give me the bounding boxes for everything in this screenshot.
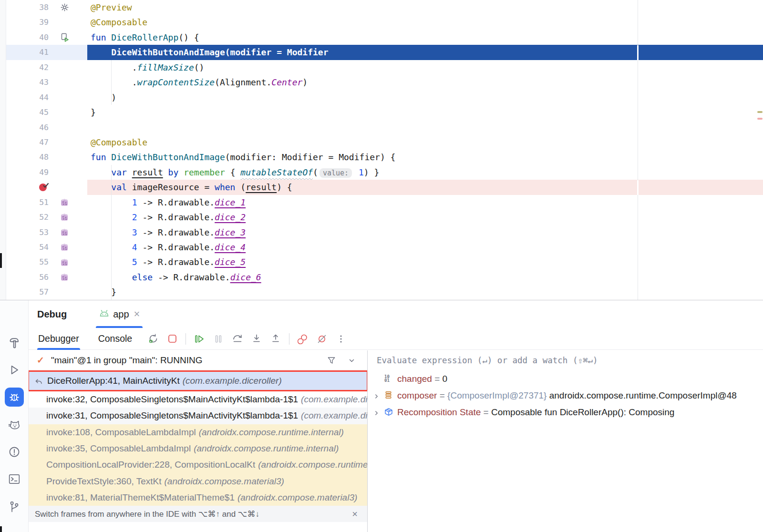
line-number[interactable]: 42 xyxy=(6,60,52,75)
line-number[interactable]: 48 xyxy=(6,150,52,164)
code-line[interactable]: 52 2 -> R.drawable.dice_2 xyxy=(6,210,763,225)
filter-icon[interactable] xyxy=(327,356,336,367)
code-line[interactable]: 51 1 -> R.drawable.dice_1 xyxy=(6,195,763,210)
code-line[interactable]: 46 xyxy=(6,120,763,135)
code-text[interactable]: DiceWithButtonAndImage(modifier = Modifi… xyxy=(87,45,763,60)
line-number[interactable]: 39 xyxy=(6,15,52,30)
code-line[interactable]: 41 DiceWithButtonAndImage(modifier = Mod… xyxy=(6,45,763,60)
chevron-down-icon[interactable] xyxy=(348,357,356,367)
view-breakpoints-button[interactable] xyxy=(297,333,309,345)
code-line[interactable]: 56 else -> R.drawable.dice_6 xyxy=(6,270,763,285)
watch-row[interactable]: Recomposition State = Composable fun Dic… xyxy=(368,404,763,420)
thread-selector[interactable]: ✓ "main"@1 in group "main": RUNNING xyxy=(29,350,367,370)
code-line[interactable]: 49 var result by remember { mutableState… xyxy=(6,165,763,180)
sidebar-item-logcat[interactable] xyxy=(6,417,22,433)
step-over-button[interactable] xyxy=(232,333,243,345)
line-number[interactable]: 45 xyxy=(6,105,52,120)
close-icon[interactable]: × xyxy=(352,509,358,520)
breakpoint-check-icon[interactable] xyxy=(39,183,49,192)
code-text[interactable]: @Preview xyxy=(87,0,763,15)
frame-row[interactable]: CompositionLocalProvider:228, Compositio… xyxy=(29,457,367,473)
frame-row[interactable]: invoke:32, ComposableSingletons$MainActi… xyxy=(29,391,367,408)
stop-button[interactable] xyxy=(166,333,178,345)
code-line[interactable]: 55 5 -> R.drawable.dice_5 xyxy=(6,255,763,269)
code-text[interactable]: val imageResource = when (result) { xyxy=(87,180,763,194)
tab-debugger[interactable]: Debugger xyxy=(37,328,80,349)
gear-icon[interactable] xyxy=(61,3,69,11)
step-out-button[interactable] xyxy=(270,333,281,345)
code-text[interactable]: @Composable xyxy=(87,135,763,150)
dice-icon[interactable] xyxy=(61,213,69,221)
code-lines[interactable]: 38@Preview39@Composable40fun DiceRollerA… xyxy=(6,0,763,300)
code-editor[interactable]: 38@Preview39@Composable40fun DiceRollerA… xyxy=(0,0,763,300)
line-number[interactable]: 43 xyxy=(6,75,52,90)
code-text[interactable]: } xyxy=(87,285,763,299)
code-line[interactable]: 39@Composable xyxy=(6,15,763,30)
step-into-button[interactable] xyxy=(251,333,262,345)
more-button[interactable] xyxy=(335,333,347,345)
dice-icon[interactable] xyxy=(61,228,69,236)
line-number[interactable]: 57 xyxy=(6,285,52,299)
mute-breakpoints-button[interactable] xyxy=(316,333,328,345)
line-number[interactable]: 49 xyxy=(6,165,52,180)
code-text[interactable]: 4 -> R.drawable.dice_4 xyxy=(87,240,763,255)
pause-button[interactable] xyxy=(213,333,224,345)
watch-row[interactable]: 1001changed = 0 xyxy=(368,370,763,387)
sidebar-item-problems[interactable] xyxy=(6,444,22,460)
sidebar-item-debug[interactable] xyxy=(5,388,24,407)
watch-row[interactable]: composer = {ComposerImpl@27371} androidx… xyxy=(368,387,763,404)
line-number[interactable]: 54 xyxy=(6,240,52,255)
scrollbar-warning-mark[interactable] xyxy=(757,111,763,113)
line-number[interactable]: 38 xyxy=(6,0,52,15)
sidebar-item-build[interactable] xyxy=(6,335,22,351)
chevron-right-icon[interactable] xyxy=(373,392,380,402)
code-line[interactable]: 40fun DiceRollerApp() { xyxy=(6,30,763,45)
line-number[interactable]: 52 xyxy=(6,210,52,225)
code-text[interactable]: else -> R.drawable.dice_6 xyxy=(87,270,763,285)
code-line[interactable]: 43 .wrapContentSize(Alignment.Center) xyxy=(6,75,763,90)
code-line[interactable]: val imageResource = when (result) { xyxy=(6,180,763,194)
frame-row[interactable]: ProvideTextStyle:360, TextKt(androidx.co… xyxy=(29,473,367,489)
code-text[interactable]: ) xyxy=(87,90,763,105)
frame-row-selected[interactable]: DiceRollerApp:41, MainActivityKt(com.exa… xyxy=(29,370,367,391)
line-number[interactable]: 55 xyxy=(6,255,52,269)
code-text[interactable]: var result by remember { mutableStateOf(… xyxy=(87,165,763,180)
dice-icon[interactable] xyxy=(61,198,69,206)
dice-icon[interactable] xyxy=(61,258,69,266)
sidebar-item-version-control[interactable] xyxy=(6,499,22,515)
code-text[interactable]: } xyxy=(87,105,763,120)
sidebar-item-terminal[interactable] xyxy=(6,471,22,487)
code-text[interactable]: 3 -> R.drawable.dice_3 xyxy=(87,225,763,240)
line-number[interactable]: 44 xyxy=(6,90,52,105)
code-text[interactable]: 5 -> R.drawable.dice_5 xyxy=(87,255,763,269)
code-text[interactable] xyxy=(87,120,763,135)
code-text[interactable]: @Composable xyxy=(87,15,763,30)
line-number[interactable] xyxy=(6,180,52,194)
evaluate-expression-input[interactable]: Evaluate expression (↵) or add a watch (… xyxy=(368,350,763,370)
run-preview-icon[interactable] xyxy=(61,33,70,42)
code-text[interactable]: .wrapContentSize(Alignment.Center) xyxy=(87,75,763,90)
line-number[interactable]: 56 xyxy=(6,270,52,285)
chevron-right-icon[interactable] xyxy=(373,409,380,419)
frame-row[interactable]: invoke:31, ComposableSingletons$MainActi… xyxy=(29,408,367,424)
code-text[interactable]: 1 -> R.drawable.dice_1 xyxy=(87,195,763,210)
code-line[interactable]: 57 } xyxy=(6,285,763,299)
resume-button[interactable] xyxy=(194,333,205,345)
line-number[interactable]: 47 xyxy=(6,135,52,150)
line-number[interactable]: 41 xyxy=(6,45,52,60)
code-line[interactable]: 45} xyxy=(6,105,763,120)
close-icon[interactable]: × xyxy=(134,308,140,320)
line-number[interactable]: 53 xyxy=(6,225,52,240)
line-number[interactable]: 51 xyxy=(6,195,52,210)
dice-icon[interactable] xyxy=(61,273,69,281)
line-number[interactable]: 46 xyxy=(6,120,52,135)
code-text[interactable]: 2 -> R.drawable.dice_2 xyxy=(87,210,763,225)
tab-app[interactable]: app × xyxy=(97,301,142,328)
code-line[interactable]: 44 ) xyxy=(6,90,763,105)
frame-row[interactable]: invoke:35, ComposableLambdaImpl(androidx… xyxy=(29,440,367,457)
tab-console[interactable]: Console xyxy=(97,328,134,349)
code-line[interactable]: 38@Preview xyxy=(6,0,763,15)
frame-row[interactable]: invoke:108, ComposableLambdaImpl(android… xyxy=(29,424,367,440)
code-line[interactable]: 47@Composable xyxy=(6,135,763,150)
dice-icon[interactable] xyxy=(61,243,69,251)
